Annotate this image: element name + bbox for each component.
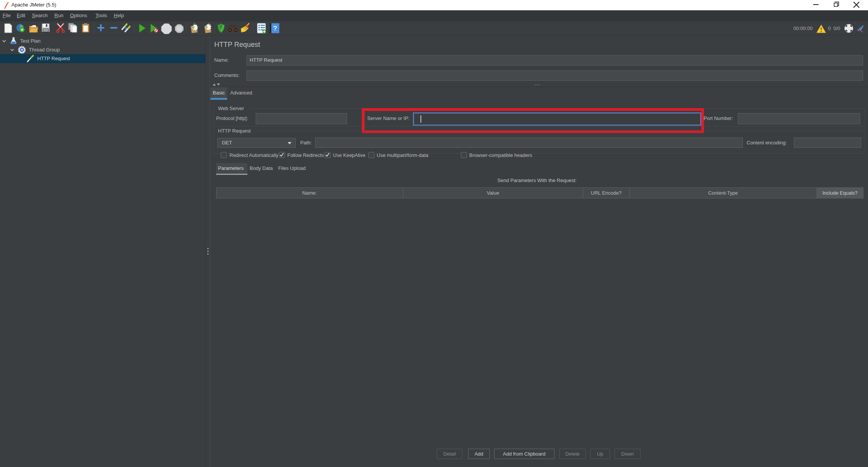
svg-text:?: ?: [273, 25, 277, 32]
